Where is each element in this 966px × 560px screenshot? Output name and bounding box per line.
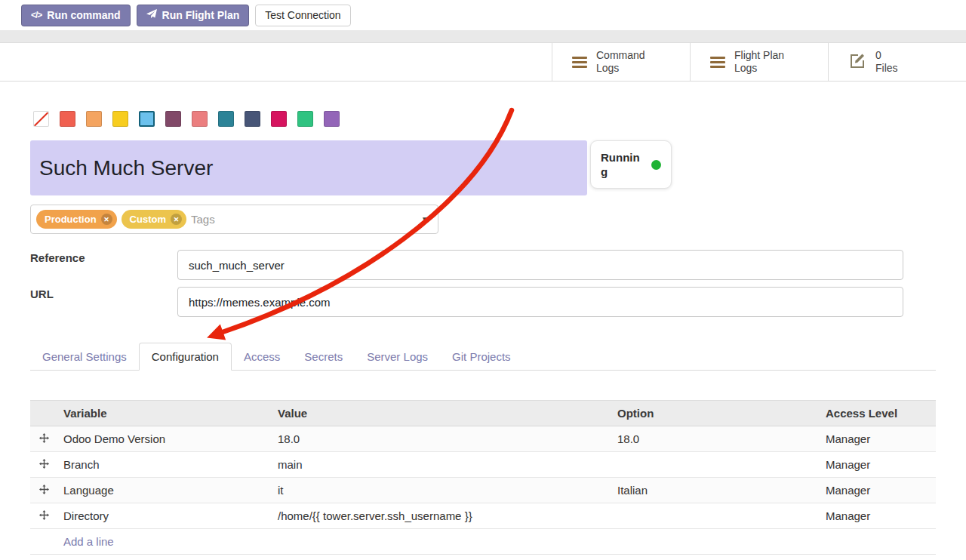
run-flight-plan-label: Run Flight Plan bbox=[162, 9, 240, 21]
cell-access-level[interactable]: Manager bbox=[820, 452, 936, 478]
drag-handle-icon[interactable] bbox=[39, 458, 49, 471]
swatch-darkpurple[interactable] bbox=[165, 111, 181, 127]
swatch-salmon[interactable] bbox=[192, 111, 208, 127]
table-row[interactable]: Language it Italian Manager bbox=[30, 478, 936, 503]
divider-strip bbox=[0, 30, 966, 43]
header-value[interactable]: Value bbox=[272, 401, 611, 426]
notebook-tabs: General Settings Configuration Access Se… bbox=[30, 343, 936, 371]
test-connection-label: Test Connection bbox=[265, 9, 340, 21]
header-option[interactable]: Option bbox=[611, 401, 820, 426]
files-label: 0 Files bbox=[875, 49, 898, 75]
cell-access-level[interactable]: Manager bbox=[820, 478, 936, 503]
reference-field-label: Reference bbox=[30, 251, 85, 264]
top-toolbar: </> Run command Run Flight Plan Test Con… bbox=[0, 0, 966, 30]
stat-button-row: Command Logs Flight Plan Logs 0 Files bbox=[0, 43, 966, 82]
cell-variable[interactable]: Branch bbox=[57, 452, 272, 478]
dropdown-caret-icon[interactable]: ▼ bbox=[421, 215, 429, 223]
swatch-navy[interactable] bbox=[245, 111, 260, 127]
drag-handle-icon[interactable] bbox=[39, 509, 49, 522]
status-dot-icon bbox=[651, 160, 661, 170]
tags-placeholder: Tags bbox=[191, 213, 215, 226]
cell-option[interactable] bbox=[611, 503, 820, 529]
run-flight-plan-button[interactable]: Run Flight Plan bbox=[137, 5, 250, 26]
color-swatch-picker bbox=[33, 111, 340, 127]
cell-variable[interactable]: Odoo Demo Version bbox=[57, 426, 272, 452]
table-row[interactable]: Directory /home/{{ tower.server.ssh_user… bbox=[30, 503, 936, 529]
cell-value[interactable]: main bbox=[272, 452, 611, 478]
header-variable[interactable]: Variable bbox=[57, 401, 272, 426]
test-connection-button[interactable]: Test Connection bbox=[255, 5, 350, 26]
tag-remove-icon[interactable]: ✕ bbox=[171, 214, 182, 225]
swatch-red[interactable] bbox=[60, 111, 75, 127]
tab-access[interactable]: Access bbox=[232, 343, 292, 370]
swatch-magenta[interactable] bbox=[271, 111, 287, 127]
tags-field[interactable]: Production ✕ Custom ✕ Tags ▼ bbox=[30, 205, 438, 234]
tag-label: Custom bbox=[130, 214, 166, 225]
files-stat-button[interactable]: 0 Files bbox=[828, 43, 966, 81]
tab-secrets[interactable]: Secrets bbox=[292, 343, 355, 370]
command-logs-stat-button[interactable]: Command Logs bbox=[552, 43, 690, 81]
cell-option[interactable] bbox=[611, 452, 820, 478]
menu-icon bbox=[572, 57, 587, 68]
cell-value[interactable]: it bbox=[272, 478, 611, 503]
record-title-input[interactable]: Such Much Server bbox=[30, 140, 587, 195]
tag-custom[interactable]: Custom ✕ bbox=[122, 210, 186, 229]
menu-icon bbox=[710, 57, 725, 68]
command-logs-label: Command Logs bbox=[596, 49, 645, 75]
tab-server-logs[interactable]: Server Logs bbox=[355, 343, 440, 370]
swatch-teal[interactable] bbox=[218, 111, 234, 127]
add-a-line-link[interactable]: Add a line bbox=[63, 535, 114, 548]
swatch-green[interactable] bbox=[297, 111, 313, 127]
drag-handle-icon[interactable] bbox=[39, 432, 49, 445]
header-access-level[interactable]: Access Level bbox=[820, 401, 936, 426]
edit-pencil-icon bbox=[848, 51, 866, 72]
cell-variable[interactable]: Language bbox=[57, 478, 272, 503]
swatch-orange[interactable] bbox=[86, 111, 102, 127]
swatch-purple[interactable] bbox=[324, 111, 340, 127]
table-row[interactable]: Odoo Demo Version 18.0 18.0 Manager bbox=[30, 426, 936, 452]
cell-value[interactable]: 18.0 bbox=[272, 426, 611, 452]
status-button[interactable]: Running bbox=[590, 140, 672, 189]
configuration-table: Variable Value Option Access Level Odoo … bbox=[30, 400, 936, 555]
status-label: Running bbox=[601, 150, 640, 180]
tab-configuration[interactable]: Configuration bbox=[139, 343, 232, 371]
tag-production[interactable]: Production ✕ bbox=[36, 210, 117, 229]
code-icon: </> bbox=[31, 10, 42, 20]
reference-value: such_much_server bbox=[189, 259, 285, 272]
tab-git-projects[interactable]: Git Projects bbox=[440, 343, 523, 370]
cell-option[interactable]: 18.0 bbox=[611, 426, 820, 452]
swatch-lightblue-selected[interactable] bbox=[139, 111, 155, 127]
url-input[interactable]: https://memes.example.com bbox=[177, 287, 903, 317]
drag-handle-icon[interactable] bbox=[39, 484, 49, 497]
run-command-label: Run command bbox=[47, 9, 120, 21]
tab-general-settings[interactable]: General Settings bbox=[30, 343, 139, 370]
cell-option[interactable]: Italian bbox=[611, 478, 820, 503]
header-handle bbox=[30, 401, 57, 426]
add-line-row: Add a line bbox=[30, 529, 936, 555]
swatch-yellow[interactable] bbox=[112, 111, 128, 127]
swatch-no-color[interactable] bbox=[33, 111, 49, 127]
run-command-button[interactable]: </> Run command bbox=[21, 5, 131, 26]
cell-access-level[interactable]: Manager bbox=[820, 426, 936, 452]
flight-plan-logs-label: Flight Plan Logs bbox=[734, 49, 784, 75]
tag-remove-icon[interactable]: ✕ bbox=[101, 214, 112, 225]
flight-plan-logs-stat-button[interactable]: Flight Plan Logs bbox=[690, 43, 828, 81]
url-value: https://memes.example.com bbox=[189, 296, 331, 309]
paper-plane-icon bbox=[146, 9, 157, 22]
cell-variable[interactable]: Directory bbox=[57, 503, 272, 529]
tag-label: Production bbox=[45, 214, 97, 225]
url-field-label: URL bbox=[30, 288, 54, 300]
table-row[interactable]: Branch main Manager bbox=[30, 452, 936, 478]
table-header-row: Variable Value Option Access Level bbox=[30, 401, 936, 426]
reference-input[interactable]: such_much_server bbox=[177, 250, 903, 280]
cell-value[interactable]: /home/{{ tower.server.ssh_username }} bbox=[272, 503, 611, 529]
cell-access-level[interactable]: Manager bbox=[820, 503, 936, 529]
record-title-text: Such Much Server bbox=[39, 156, 213, 180]
